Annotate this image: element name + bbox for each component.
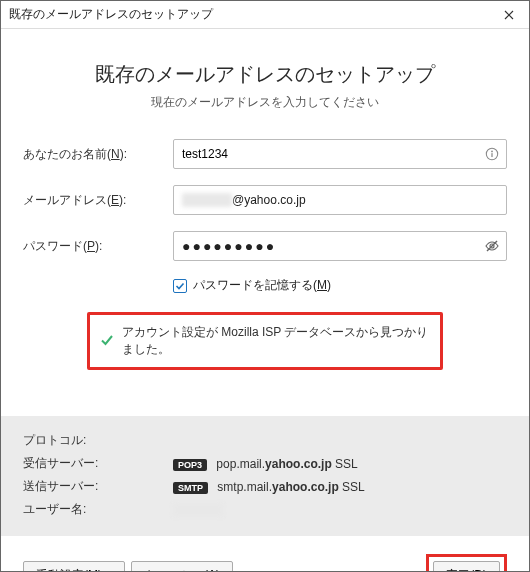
- close-icon: [504, 10, 514, 20]
- incoming-label: 受信サーバー:: [23, 455, 173, 472]
- done-highlight: 完了(D): [426, 554, 507, 572]
- password-row: パスワード(P): ●●●●●●●●●: [23, 231, 507, 261]
- page-heading: 既存のメールアドレスのセットアップ: [23, 61, 507, 88]
- window-title: 既存のメールアドレスのセットアップ: [9, 6, 213, 23]
- close-button[interactable]: [489, 1, 529, 29]
- incoming-row: 受信サーバー: POP3 pop.mail.yahoo.co.jp SSL: [23, 455, 507, 472]
- titlebar: 既存のメールアドレスのセットアップ: [1, 1, 529, 29]
- button-bar: 手動設定(M)... キャンセル(A) 完了(D): [1, 536, 529, 572]
- success-check-icon: [100, 333, 114, 350]
- username-row: ユーザー名: xxxxxxx: [23, 501, 507, 518]
- smtp-badge: SMTP: [173, 482, 208, 494]
- outgoing-row: 送信サーバー: SMTP smtp.mail.yahoo.co.jp SSL: [23, 478, 507, 495]
- page-subheading: 現在のメールアドレスを入力してください: [23, 94, 507, 111]
- username-value-masked: xxxxxxx: [173, 503, 223, 517]
- outgoing-label: 送信サーバー:: [23, 478, 173, 495]
- remember-label: パスワードを記憶する(M): [193, 277, 331, 294]
- cancel-button[interactable]: キャンセル(A): [131, 561, 233, 572]
- email-label: メールアドレス(E):: [23, 192, 173, 209]
- name-label: あなたのお名前(N):: [23, 146, 173, 163]
- dialog-content: 既存のメールアドレスのセットアップ 現在のメールアドレスを入力してください あな…: [1, 29, 529, 572]
- checkmark-icon: [175, 281, 185, 291]
- eye-off-icon[interactable]: [483, 237, 501, 255]
- pop3-badge: POP3: [173, 459, 207, 471]
- email-row: メールアドレス(E): xxxxxxx@yahoo.co.jp: [23, 185, 507, 215]
- status-banner: アカウント設定が Mozilla ISP データベースから見つかりました。: [87, 312, 443, 370]
- remember-checkbox[interactable]: [173, 279, 187, 293]
- password-label: パスワード(P):: [23, 238, 173, 255]
- done-button[interactable]: 完了(D): [433, 561, 500, 572]
- remember-row[interactable]: パスワードを記憶する(M): [173, 277, 507, 294]
- email-user-masked: xxxxxxx: [182, 193, 232, 207]
- status-text: アカウント設定が Mozilla ISP データベースから見つかりました。: [122, 324, 430, 358]
- info-icon[interactable]: [483, 145, 501, 163]
- server-section: プロトコル: 受信サーバー: POP3 pop.mail.yahoo.co.jp…: [1, 416, 529, 536]
- svg-rect-2: [491, 153, 492, 157]
- svg-point-1: [491, 151, 493, 153]
- manual-config-button[interactable]: 手動設定(M)...: [23, 561, 125, 572]
- name-row: あなたのお名前(N):: [23, 139, 507, 169]
- protocol-label: プロトコル:: [23, 432, 173, 449]
- password-input[interactable]: ●●●●●●●●●: [173, 231, 507, 261]
- name-input[interactable]: [173, 139, 507, 169]
- username-label: ユーザー名:: [23, 501, 173, 518]
- email-input[interactable]: xxxxxxx@yahoo.co.jp: [173, 185, 507, 215]
